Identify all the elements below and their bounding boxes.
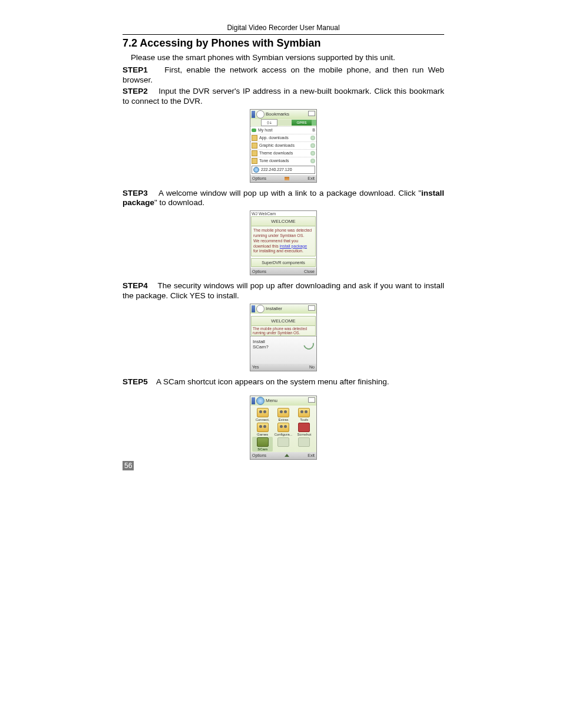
menu-item-scrnshot[interactable]: Scrnshot	[295, 423, 314, 436]
bookmark-row[interactable]: Tone downloads	[250, 157, 316, 164]
dot-icon	[310, 151, 315, 156]
app-icon	[298, 408, 310, 417]
clock-icon	[256, 110, 265, 118]
options-softkey[interactable]: Options	[252, 269, 266, 274]
figure-bookmarks: Bookmarks ⟨⟩⤓ GPRS My host B App. downlo…	[123, 109, 444, 183]
welcome-line: The mobile phone was detected	[253, 228, 313, 233]
welcome-header: WELCOME	[251, 216, 316, 226]
close-softkey[interactable]: Close	[304, 269, 315, 274]
dot-icon	[310, 143, 315, 148]
section-title: 7.2 Accessing by Phones with Symbian	[123, 37, 444, 50]
step4-text: The security windows will pop up after d…	[123, 281, 444, 300]
app-icon	[257, 408, 269, 417]
prompt-line: SCam?	[253, 344, 269, 350]
step2: STEP2 Input the DVR server's IP address …	[123, 87, 444, 107]
step4-label: STEP4	[123, 281, 148, 290]
step2-text: Input the DVR server's IP address in a n…	[123, 87, 444, 106]
pen-icon	[285, 177, 289, 180]
welcome-line: We recommend that you	[253, 239, 313, 244]
row-label: App. downloads	[259, 136, 289, 140]
step1-text: First, enable the network access on the …	[123, 65, 444, 84]
step3: STEP3 A welcome window will pop up with …	[123, 189, 444, 209]
step2-label: STEP2	[123, 87, 148, 95]
bookmark-row[interactable]: Graphic downloads	[250, 141, 316, 149]
ip-bookmark[interactable]: 222.240.227.120	[252, 166, 315, 174]
menu-item-connect[interactable]: Connect.	[253, 408, 272, 421]
menu-item-extras[interactable]: Extras	[273, 408, 293, 421]
menu-logo-icon	[256, 397, 265, 405]
app-icon	[298, 423, 310, 432]
installer-detect: The mobile phone was detected running un…	[251, 326, 316, 336]
exit-softkey[interactable]: Exit	[308, 453, 315, 457]
envelope-icon	[308, 397, 315, 403]
push-icon	[252, 129, 256, 132]
gprs-indicator: GPRS	[292, 120, 312, 126]
menu-item-empty	[273, 437, 293, 451]
row-label: My host	[258, 128, 273, 132]
page-number: 56	[123, 461, 134, 470]
step4: STEP4 The security windows will pop up a…	[123, 281, 444, 301]
step5: STEP5 A SCam shortcut icon appears on th…	[123, 377, 444, 387]
step5-text: A SCam shortcut icon appears on the syst…	[156, 377, 389, 386]
bookmark-row[interactable]: App. downloads	[250, 134, 316, 141]
components-row[interactable]: SuperDVR components	[251, 258, 316, 267]
app-icon	[277, 423, 289, 432]
folder-icon	[252, 150, 257, 156]
welcome-line-pre: download this	[253, 244, 280, 248]
menu-item-scam[interactable]: SCam	[252, 437, 273, 452]
row-label: Theme downloads	[259, 151, 293, 155]
installer-title: Installer	[266, 306, 282, 311]
empty-icon	[277, 437, 289, 447]
row-extra: B	[312, 128, 315, 132]
no-softkey[interactable]: No	[309, 365, 315, 369]
menu-item-configura[interactable]: Configura...	[273, 423, 293, 436]
row-label: Graphic downloads	[259, 143, 295, 147]
spinner-icon	[302, 337, 316, 351]
clock-icon	[256, 305, 265, 313]
up-arrow-icon[interactable]	[285, 454, 289, 457]
folder-icon	[252, 135, 257, 141]
folder-icon	[252, 158, 257, 164]
install-package-link[interactable]: install package	[280, 244, 307, 248]
menu-item-tools[interactable]: Tools	[295, 408, 314, 421]
exit-softkey[interactable]: Exit	[308, 176, 315, 180]
figure-menu: Menu Connect. Extras Tools Games Configu…	[123, 396, 444, 460]
step1: STEP1 First, enable the network access o…	[123, 65, 444, 85]
arrow-right-icon	[312, 120, 316, 126]
step5-label: STEP5	[123, 377, 148, 386]
globe-icon	[253, 167, 259, 173]
welcome-body: The mobile phone was detected running un…	[251, 226, 316, 256]
detect-line: running under Symbian OS.	[253, 331, 314, 335]
menu-title: Menu	[266, 398, 277, 403]
dot-icon	[310, 159, 315, 163]
bookmark-row[interactable]: My host B	[250, 126, 316, 134]
app-icon	[277, 408, 289, 417]
empty-icon	[298, 437, 310, 447]
signal-icon	[252, 397, 255, 404]
prompt-line: Install	[253, 339, 269, 344]
signal-icon	[252, 111, 255, 118]
step3-pre: A welcome window will pop up with a link…	[158, 189, 421, 197]
ip-address: 222.240.227.120	[261, 167, 292, 172]
figure-installer: Installer WELCOME The mobile phone was d…	[123, 304, 444, 371]
step1-label: STEP1	[123, 65, 148, 74]
scam-icon	[257, 437, 269, 447]
install-prompt: Install SCam?	[250, 336, 316, 364]
row-label: Tone downloads	[259, 159, 289, 163]
menu-item-games[interactable]: Games	[253, 423, 272, 436]
step3-label: STEP3	[123, 189, 148, 197]
welcome-line: running under Symbian OS.	[253, 233, 313, 239]
intro-text: Please use the smart phones with Symbian…	[131, 53, 444, 62]
step3-post: " to download.	[154, 198, 204, 207]
options-softkey[interactable]: Options	[252, 453, 266, 457]
signal-icon	[252, 305, 255, 312]
detect-line: The mobile phone was detected	[253, 327, 314, 331]
yes-softkey[interactable]: Yes	[252, 365, 259, 369]
figure-welcome: WJ WebCam WELCOME The mobile phone was d…	[123, 210, 444, 275]
webcam-title: WJ WebCam	[250, 211, 316, 216]
options-softkey[interactable]: Options	[252, 176, 266, 180]
dot-icon	[310, 136, 315, 140]
menu-item-empty	[295, 437, 314, 451]
bookmark-row[interactable]: Theme downloads	[250, 149, 316, 157]
envelope-icon	[308, 111, 315, 116]
